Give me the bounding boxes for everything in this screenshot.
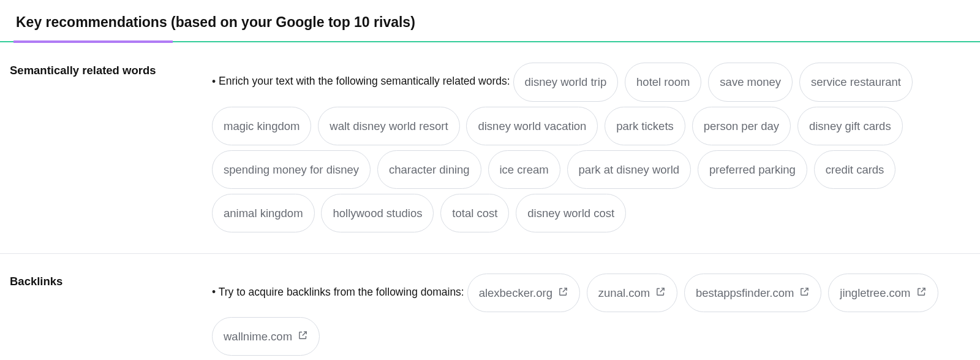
semantic-word-chip[interactable]: person per day — [692, 107, 791, 145]
section-backlinks: Backlinks Try to acquire backlinks from … — [0, 254, 980, 360]
section-label-semantic: Semantically related words — [10, 60, 212, 79]
external-link-icon — [911, 278, 927, 307]
backlink-domain-chip[interactable]: bestappsfinder.com — [684, 274, 821, 312]
backlink-domain-label: zunal.com — [598, 278, 650, 307]
page-title: Key recommendations (based on your Googl… — [16, 12, 980, 33]
semantic-word-chip[interactable]: disney world vacation — [466, 107, 598, 145]
semantic-word-chip[interactable]: save money — [708, 63, 793, 101]
backlink-domain-label: alexbecker.org — [479, 278, 552, 307]
backlink-domain-label: jingletree.com — [840, 278, 910, 307]
semantic-word-chip[interactable]: credit cards — [814, 150, 896, 189]
backlink-domain-chip[interactable]: zunal.com — [587, 274, 677, 312]
external-link-icon — [552, 278, 568, 307]
semantic-word-chip[interactable]: park at disney world — [567, 150, 692, 189]
semantic-word-chip[interactable]: hotel room — [625, 63, 701, 101]
semantic-lead: Enrich your text with the following sema… — [212, 75, 510, 88]
backlink-domain-chip[interactable]: alexbecker.org — [467, 274, 580, 312]
semantic-word-chip[interactable]: hollywood studios — [321, 194, 434, 232]
semantic-word-chip[interactable]: character dining — [377, 150, 481, 189]
external-link-icon — [794, 278, 810, 307]
external-link-icon — [650, 278, 666, 307]
semantic-word-chip[interactable]: walt disney world resort — [318, 107, 459, 145]
semantic-words-list: Enrich your text with the following sema… — [212, 60, 970, 235]
semantic-word-chip[interactable]: total cost — [440, 194, 509, 232]
semantic-word-chip[interactable]: preferred parking — [698, 150, 807, 189]
recommendations-header: Key recommendations (based on your Googl… — [0, 6, 980, 41]
section-label-backlinks: Backlinks — [10, 271, 212, 290]
semantic-word-chip[interactable]: spending money for disney — [212, 150, 371, 189]
backlink-domain-label: wallnime.com — [224, 322, 292, 351]
section-semantic-words: Semantically related words Enrich your t… — [0, 43, 980, 254]
semantic-word-chip[interactable]: park tickets — [605, 107, 685, 145]
backlink-domain-label: bestappsfinder.com — [696, 278, 794, 307]
backlink-domain-chip[interactable]: wallnime.com — [212, 317, 320, 356]
semantic-word-chip[interactable]: disney world trip — [513, 63, 619, 101]
semantic-word-chip[interactable]: animal kingdom — [212, 194, 315, 232]
external-link-icon — [292, 322, 308, 351]
semantic-word-chip[interactable]: disney gift cards — [797, 107, 903, 145]
semantic-word-chip[interactable]: disney world cost — [516, 194, 626, 232]
active-tab-indicator — [13, 40, 173, 43]
semantic-word-chip[interactable]: magic kingdom — [212, 107, 311, 145]
backlink-domains-list: Try to acquire backlinks from the follow… — [212, 271, 970, 358]
backlinks-lead: Try to acquire backlinks from the follow… — [212, 286, 464, 298]
semantic-word-chip[interactable]: ice cream — [488, 150, 560, 189]
semantic-word-chip[interactable]: service restaurant — [799, 63, 913, 101]
backlink-domain-chip[interactable]: jingletree.com — [828, 274, 938, 312]
